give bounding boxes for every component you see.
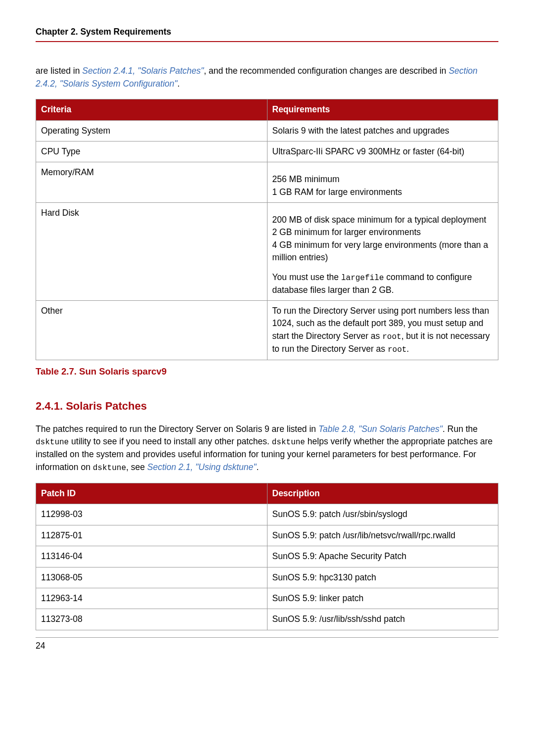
cell-requirement: Solaris 9 with the latest patches and up… bbox=[267, 120, 498, 141]
disk-line-1: 200 MB of disk space minimum for a typic… bbox=[272, 214, 493, 226]
code-dsktune-2: dsktune bbox=[272, 438, 305, 447]
code-root-1: root bbox=[382, 332, 401, 341]
code-dsktune-3: dsktune bbox=[93, 464, 126, 472]
cell-patch-id: 113273-08 bbox=[36, 609, 267, 630]
sp-pre: The patches required to run the Director… bbox=[36, 424, 318, 434]
table-row: Other To run the Directory Server using … bbox=[36, 301, 498, 360]
table-row: Hard Disk 200 MB of disk space minimum f… bbox=[36, 203, 498, 301]
table-row: Operating System Solaris 9 with the late… bbox=[36, 120, 498, 141]
table-row: 113273-08 SunOS 5.9: /usr/lib/ssh/sshd p… bbox=[36, 609, 498, 630]
section-paragraph: The patches required to run the Director… bbox=[36, 423, 498, 474]
table-row: 113068-05 SunOS 5.9: hpc3130 patch bbox=[36, 567, 498, 588]
cell-requirement: To run the Directory Server using port n… bbox=[267, 301, 498, 360]
intro-paragraph: are listed in Section 2.4.1, "Solaris Pa… bbox=[36, 65, 498, 90]
chapter-title: Chapter 2. System Requirements bbox=[36, 27, 171, 37]
disk-line-3: 4 GB minimum for very large environments… bbox=[272, 239, 493, 264]
table-caption-2-7: Table 2.7. Sun Solaris sparcv9 bbox=[36, 365, 498, 378]
code-largefile: largefile bbox=[341, 274, 384, 283]
sp-post: . bbox=[256, 462, 259, 472]
link-table-2-8[interactable]: Table 2.8, "Sun Solaris Patches" bbox=[318, 424, 443, 434]
table-row: 112875-01 SunOS 5.9: patch /usr/lib/nets… bbox=[36, 525, 498, 546]
col-description: Description bbox=[267, 483, 498, 504]
sp-mid4: , see bbox=[126, 462, 147, 472]
link-using-dsktune[interactable]: Section 2.1, "Using dsktune" bbox=[147, 462, 257, 472]
table-row: 112963-14 SunOS 5.9: linker patch bbox=[36, 588, 498, 609]
intro-text-pre: are listed in bbox=[36, 66, 82, 76]
disk-line-2: 2 GB minimum for larger environments bbox=[272, 226, 493, 238]
cell-description: SunOS 5.9: linker patch bbox=[267, 588, 498, 609]
cell-criteria: CPU Type bbox=[36, 141, 267, 162]
cell-patch-id: 112998-03 bbox=[36, 504, 267, 525]
table-row: 113146-04 SunOS 5.9: Apache Security Pat… bbox=[36, 546, 498, 567]
cell-patch-id: 113146-04 bbox=[36, 546, 267, 567]
cell-description: SunOS 5.9: Apache Security Patch bbox=[267, 546, 498, 567]
cell-description: SunOS 5.9: patch /usr/sbin/syslogd bbox=[267, 504, 498, 525]
table-patch-id: Patch ID Description 112998-03 SunOS 5.9… bbox=[36, 483, 498, 630]
code-root-2: root bbox=[388, 345, 406, 354]
sp-mid1: . Run the bbox=[443, 424, 478, 434]
table-row: CPU Type UltraSparc-IIi SPARC v9 300MHz … bbox=[36, 141, 498, 162]
cell-requirement: 200 MB of disk space minimum for a typic… bbox=[267, 203, 498, 301]
cell-description: SunOS 5.9: /usr/lib/ssh/sshd patch bbox=[267, 609, 498, 630]
intro-text-post: . bbox=[178, 79, 180, 89]
section-heading-solaris-patches: 2.4.1. Solaris Patches bbox=[36, 398, 498, 414]
sp-mid2: utility to see if you need to install an… bbox=[69, 436, 272, 446]
disk-line-4a: You must use the bbox=[272, 272, 341, 282]
cell-patch-id: 112875-01 bbox=[36, 525, 267, 546]
cell-criteria: Operating System bbox=[36, 120, 267, 141]
cell-criteria: Memory/RAM bbox=[36, 162, 267, 203]
col-criteria: Criteria bbox=[36, 99, 267, 120]
cell-patch-id: 113068-05 bbox=[36, 567, 267, 588]
table-criteria-requirements: Criteria Requirements Operating System S… bbox=[36, 99, 498, 360]
mem-line-2: 1 GB RAM for large environments bbox=[272, 186, 493, 198]
table-row: 112998-03 SunOS 5.9: patch /usr/sbin/sys… bbox=[36, 504, 498, 525]
cell-criteria: Hard Disk bbox=[36, 203, 267, 301]
cell-patch-id: 112963-14 bbox=[36, 588, 267, 609]
cell-description: SunOS 5.9: hpc3130 patch bbox=[267, 567, 498, 588]
link-solaris-patches[interactable]: Section 2.4.1, "Solaris Patches" bbox=[82, 66, 204, 76]
page-number: 24 bbox=[36, 641, 45, 651]
cell-criteria: Other bbox=[36, 301, 267, 360]
mem-line-1: 256 MB minimum bbox=[272, 173, 493, 186]
col-requirements: Requirements bbox=[267, 99, 498, 120]
table-row: Memory/RAM 256 MB minimum 1 GB RAM for l… bbox=[36, 162, 498, 203]
cell-description: SunOS 5.9: patch /usr/lib/netsvc/rwall/r… bbox=[267, 525, 498, 546]
col-patch-id: Patch ID bbox=[36, 483, 267, 504]
intro-text-mid: , and the recommended configuration chan… bbox=[204, 66, 448, 76]
table-header-row: Patch ID Description bbox=[36, 483, 498, 504]
other-text-3: . bbox=[406, 344, 409, 354]
code-dsktune-1: dsktune bbox=[36, 438, 69, 447]
cell-requirement: 256 MB minimum 1 GB RAM for large enviro… bbox=[267, 162, 498, 203]
cell-requirement: UltraSparc-IIi SPARC v9 300MHz or faster… bbox=[267, 141, 498, 162]
page-footer: 24 bbox=[36, 637, 498, 652]
chapter-header: Chapter 2. System Requirements bbox=[36, 26, 498, 42]
table-header-row: Criteria Requirements bbox=[36, 99, 498, 120]
